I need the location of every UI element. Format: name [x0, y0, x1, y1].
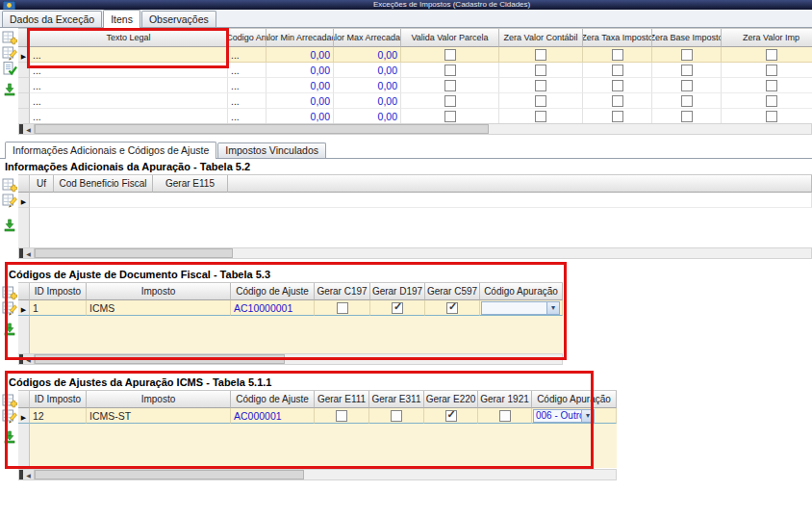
tabela53-confirm-button[interactable] [2, 322, 18, 337]
items-row-2[interactable]: ... ... 0,00 0,00 [18, 63, 812, 78]
items-view-button[interactable] [2, 61, 18, 76]
zera-contabil-checkbox[interactable] [535, 80, 546, 91]
items-row-3[interactable]: ... ... 0,00 0,00 [18, 78, 812, 93]
valor-max-cell[interactable]: 0,00 [334, 47, 401, 63]
valor-max-cell[interactable]: 0,00 [334, 93, 401, 109]
valor-min-cell[interactable]: 0,00 [266, 109, 334, 124]
valida-parcela-checkbox[interactable] [444, 80, 456, 91]
zera-contabil-checkbox[interactable] [535, 111, 546, 122]
texto-legal-cell[interactable]: ... [30, 47, 228, 63]
zera-contabil-checkbox[interactable] [535, 95, 546, 107]
scroll-left-icon[interactable] [23, 248, 35, 258]
tabela52-empty-row[interactable] [18, 193, 812, 208]
tabela53-row-1[interactable]: 1 ICMS AC10000001 [18, 300, 563, 316]
id-imposto-cell[interactable]: 1 [30, 300, 87, 316]
zera-taxa-checkbox[interactable] [612, 80, 623, 91]
col-uf[interactable]: Uf [30, 175, 54, 193]
tab-impostos-vinculados[interactable]: Impostos Vinculados [217, 142, 326, 158]
col-gerar-e220[interactable]: Gerar E220 [424, 391, 478, 408]
tab-itens[interactable]: Itens [103, 10, 140, 28]
col-imposto[interactable]: Imposto [87, 391, 231, 408]
imposto-cell[interactable]: ICMS-ST [87, 408, 231, 424]
col-codigo-ajuste[interactable]: Código de Ajuste [231, 283, 315, 300]
col-gerar-d197[interactable]: Gerar D197 [370, 283, 425, 300]
zera-base-checkbox[interactable] [681, 65, 693, 76]
zera-taxa-checkbox[interactable] [612, 49, 623, 61]
gerar-c197-checkbox[interactable] [337, 302, 348, 314]
zera-valor-checkbox[interactable] [766, 80, 777, 91]
zera-valor-checkbox[interactable] [766, 65, 777, 76]
col-codigo-ajuste[interactable]: Código de Ajuste [231, 391, 315, 408]
tabela52-edit-button[interactable] [2, 193, 18, 208]
gerar-e111-checkbox[interactable] [336, 410, 347, 422]
scroll-thumb[interactable] [35, 470, 304, 479]
tabela511-edit-button[interactable] [2, 408, 18, 424]
items-confirm-button[interactable] [2, 82, 18, 97]
texto-legal-cell[interactable]: ... [30, 63, 228, 78]
valor-min-cell[interactable]: 0,00 [266, 63, 334, 78]
codigo-arr-cell[interactable]: ... [228, 93, 266, 109]
zera-base-checkbox[interactable] [681, 80, 693, 91]
valida-parcela-checkbox[interactable] [444, 95, 456, 107]
scroll-left-icon[interactable] [23, 470, 35, 479]
gerar-d197-checkbox[interactable] [392, 302, 403, 314]
scroll-thumb[interactable] [35, 354, 285, 364]
zera-taxa-checkbox[interactable] [612, 65, 623, 76]
col-gerar-1921[interactable]: Gerar 1921 [478, 391, 532, 408]
texto-legal-cell[interactable]: ... [30, 109, 228, 124]
valida-parcela-checkbox[interactable] [444, 111, 456, 122]
valor-min-cell[interactable]: 0,00 [266, 93, 334, 109]
chevron-down-icon[interactable] [546, 302, 559, 314]
valor-max-cell[interactable]: 0,00 [334, 78, 401, 93]
gerar-e311-checkbox[interactable] [391, 410, 402, 422]
tab-informacoes-adicionais[interactable]: Informações Adicionais e Códigos de Ajus… [5, 142, 216, 159]
zera-valor-checkbox[interactable] [766, 95, 777, 107]
tabela511-row-1[interactable]: 12 ICMS-ST AC000001 006 - Outros ( [18, 408, 617, 424]
texto-legal-cell[interactable]: ... [30, 93, 228, 109]
scroll-thumb[interactable] [35, 124, 489, 134]
valida-parcela-checkbox[interactable] [444, 65, 456, 76]
col-id-imposto[interactable]: ID Imposto [30, 391, 87, 408]
col-valor-min[interactable]: Valor Min Arrecadada [266, 29, 334, 47]
valor-max-cell[interactable]: 0,00 [334, 109, 401, 124]
scroll-left-icon[interactable] [23, 124, 35, 134]
col-gerar-e111[interactable]: Gerar E111 [315, 391, 369, 408]
codigo-arr-cell[interactable]: ... [228, 78, 266, 93]
tabela52-add-button[interactable] [2, 177, 18, 193]
col-gerar-e115[interactable]: Gerar E115 [153, 175, 228, 193]
items-row-1[interactable]: ... ... 0,00 0,00 [18, 47, 812, 63]
imposto-cell[interactable]: ICMS [87, 300, 231, 316]
col-codigo-arr[interactable]: Codigo Arr [228, 29, 266, 47]
valor-min-cell[interactable]: 0,00 [266, 78, 334, 93]
items-row-5[interactable]: ... ... 0,00 0,00 [18, 109, 812, 124]
gerar-e220-checkbox[interactable] [445, 410, 457, 422]
col-gerar-c597[interactable]: Gerar C597 [425, 283, 480, 300]
valor-min-cell[interactable]: 0,00 [266, 47, 334, 63]
col-zera-contabil[interactable]: Zera Valor Contábil [499, 29, 583, 47]
zera-base-checkbox[interactable] [681, 49, 693, 61]
tabela52-confirm-button[interactable] [2, 218, 18, 233]
col-valor-max[interactable]: Valor Max Arrecadaçã [334, 29, 401, 47]
zera-contabil-checkbox[interactable] [535, 49, 546, 61]
zera-base-checkbox[interactable] [681, 95, 693, 107]
zera-base-checkbox[interactable] [681, 111, 693, 122]
codigo-apuracao-dropdown[interactable]: 006 - Outros ( [533, 409, 595, 423]
tabela53-add-button[interactable] [2, 285, 18, 300]
zera-valor-checkbox[interactable] [766, 111, 777, 122]
zera-taxa-checkbox[interactable] [612, 95, 623, 107]
col-codigo-apuracao[interactable]: Código Apuração [532, 391, 617, 408]
col-valida-parcela[interactable]: Valida Valor Parcela [401, 29, 499, 47]
id-imposto-cell[interactable]: 12 [30, 408, 87, 424]
zera-valor-checkbox[interactable] [766, 49, 777, 61]
scroll-left-icon[interactable] [23, 354, 35, 364]
gerar-c597-checkbox[interactable] [446, 302, 458, 314]
col-codigo-apuracao[interactable]: Código Apuração [480, 283, 563, 300]
texto-legal-cell[interactable]: ... [30, 78, 228, 93]
scroll-thumb[interactable] [35, 248, 233, 258]
tabela511-confirm-button[interactable] [2, 429, 18, 445]
codigo-arr-cell[interactable]: ... [228, 63, 266, 78]
codigo-arr-cell[interactable]: ... [228, 109, 266, 124]
valor-max-cell[interactable]: 0,00 [334, 63, 401, 78]
tabela53-edit-button[interactable] [2, 300, 18, 316]
tabela511-add-button[interactable] [2, 393, 18, 408]
